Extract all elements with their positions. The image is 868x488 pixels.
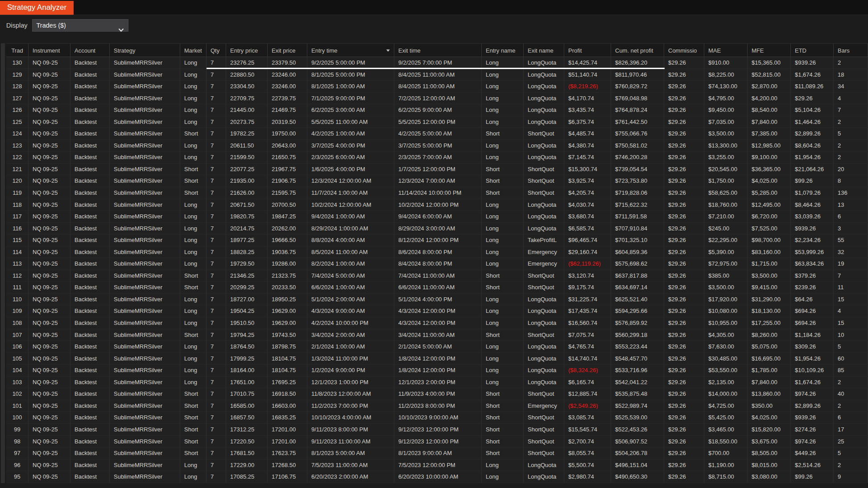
table-cell[interactable]: $490,650.30 [611, 471, 664, 483]
table-cell[interactable]: 7 [207, 317, 226, 329]
column-header-cum-net-profit[interactable]: Cum. net profit [611, 44, 664, 57]
table-cell[interactable]: Short [482, 436, 524, 447]
table-cell[interactable]: 19729.50 [226, 258, 268, 270]
table-cell[interactable]: $3,120.74 [564, 270, 611, 282]
table-cell[interactable]: 15 [834, 317, 868, 329]
table-cell[interactable]: $939.26 [791, 223, 834, 234]
table-cell[interactable]: LongQuota [524, 305, 564, 317]
table-cell[interactable]: $5,075.00 [748, 341, 791, 353]
table-cell[interactable]: Long [482, 104, 524, 116]
table-cell[interactable]: Backtest [70, 258, 110, 270]
table-cell[interactable]: $13,860.00 [748, 388, 791, 400]
table-cell[interactable]: 1/6/2025 4:00:00 PM [307, 164, 394, 175]
table-cell[interactable]: 16857.50 [226, 412, 268, 423]
table-cell[interactable]: $910.00 [704, 57, 748, 69]
table-row[interactable]: 113NQ 09-25BacktestSublimeMRRSilverLong7… [6, 258, 868, 270]
table-row[interactable]: 121NQ 09-25BacktestSublimeMRRSilverShort… [6, 164, 868, 176]
table-row[interactable]: 101NQ 09-25BacktestSublimeMRRSilverShort… [6, 400, 868, 412]
table-cell[interactable]: $449.26 [791, 447, 834, 459]
table-cell[interactable]: 17312.25 [226, 424, 268, 435]
table-cell[interactable]: $3,255.00 [704, 152, 748, 163]
table-cell[interactable]: 3 [834, 223, 868, 234]
column-header-exit-price[interactable]: Exit price [268, 44, 307, 57]
column-header-strategy[interactable]: Strategy [110, 44, 180, 57]
table-cell[interactable]: Long [180, 341, 207, 353]
table-row[interactable]: 99NQ 09-25BacktestSublimeMRRSilverShort7… [6, 424, 868, 436]
table-cell[interactable]: 7/1/2025 9:00:00 PM [307, 93, 394, 104]
table-cell[interactable]: $29.26 [664, 57, 704, 69]
table-cell[interactable]: $760,829.72 [611, 81, 664, 92]
table-cell[interactable]: 22077.25 [226, 164, 268, 175]
table-cell[interactable]: 98 [6, 436, 29, 447]
table-cell[interactable]: Long [180, 305, 207, 317]
table-cell[interactable]: Backtest [70, 388, 110, 400]
table-cell[interactable]: 7 [207, 57, 226, 69]
table-cell[interactable]: Long [482, 305, 524, 317]
table-cell[interactable]: $8,464.26 [791, 199, 834, 211]
table-cell[interactable]: Backtest [70, 341, 110, 353]
table-cell[interactable]: LongQuota [524, 459, 564, 471]
table-cell[interactable]: 2 [834, 152, 868, 163]
table-cell[interactable]: Backtest [70, 187, 110, 199]
table-cell[interactable]: SublimeMRRSilver [110, 471, 180, 483]
table-cell[interactable]: LongQuota [524, 211, 564, 222]
table-cell[interactable]: 19286.00 [268, 258, 307, 270]
table-cell[interactable]: 2 [834, 57, 868, 69]
table-cell[interactable]: Emergency [524, 258, 564, 270]
table-cell[interactable]: 6/6/2024 11:00:00 AM [394, 282, 482, 293]
table-cell[interactable]: 17106.75 [268, 471, 307, 483]
table-cell[interactable]: 7 [207, 258, 226, 270]
table-cell[interactable]: Long [180, 471, 207, 483]
table-cell[interactable]: $3,465.00 [704, 424, 748, 435]
table-cell[interactable]: $1,750.00 [704, 175, 748, 187]
table-cell[interactable]: 7 [207, 377, 226, 388]
table-cell[interactable]: 10/2/2024 12:00:00 AM [307, 199, 394, 211]
table-cell[interactable]: NQ 09-25 [29, 305, 70, 317]
table-cell[interactable]: 17220.50 [226, 436, 268, 447]
table-cell[interactable]: Backtest [70, 424, 110, 435]
table-cell[interactable]: $31,225.74 [564, 294, 611, 305]
table-cell[interactable]: $29.26 [664, 187, 704, 199]
column-header-commissio[interactable]: Commissio [664, 44, 704, 57]
table-cell[interactable]: 9/11/2023 8:00:00 PM [307, 424, 394, 435]
table-cell[interactable]: $16,695.00 [748, 353, 791, 365]
table-cell[interactable]: 17201.00 [268, 424, 307, 435]
table-cell[interactable]: 18727.00 [226, 294, 268, 305]
table-cell[interactable]: Long [482, 223, 524, 234]
table-cell[interactable]: Backtest [70, 164, 110, 175]
table-cell[interactable]: SublimeMRRSilver [110, 199, 180, 211]
table-cell[interactable]: Long [482, 57, 524, 69]
table-cell[interactable]: $750,581.02 [611, 140, 664, 152]
table-cell[interactable]: 7 [834, 104, 868, 116]
table-cell[interactable]: $496,151.04 [611, 459, 664, 471]
table-cell[interactable]: ShortQuot [524, 164, 564, 175]
table-cell[interactable]: $245.00 [704, 223, 748, 234]
table-cell[interactable]: $10,109.26 [791, 365, 834, 376]
table-cell[interactable]: 7 [207, 187, 226, 199]
table-cell[interactable]: 3/4/2024 11:00:00 AM [394, 329, 482, 341]
table-cell[interactable]: $29.26 [664, 471, 704, 483]
table-cell[interactable]: Backtest [70, 81, 110, 92]
table-cell[interactable]: Backtest [70, 175, 110, 187]
table-cell[interactable]: $739,054.54 [611, 164, 664, 175]
table-cell[interactable]: $12,495.00 [748, 199, 791, 211]
table-row[interactable]: 125NQ 09-25BacktestSublimeMRRSilverLong7… [6, 116, 868, 128]
table-cell[interactable]: NQ 09-25 [29, 353, 70, 365]
table-cell[interactable]: ShortQuot [524, 388, 564, 400]
table-cell[interactable]: $29.26 [664, 305, 704, 317]
table-cell[interactable]: $13,300.00 [704, 140, 748, 152]
table-cell[interactable]: 3/4/2024 2:00:00 AM [307, 329, 394, 341]
table-cell[interactable]: 21935.00 [226, 175, 268, 187]
table-cell[interactable]: $504,206.78 [611, 447, 664, 459]
table-cell[interactable]: 95 [6, 471, 29, 483]
table-cell[interactable]: SublimeMRRSilver [110, 223, 180, 234]
table-cell[interactable]: LongQuota [524, 104, 564, 116]
table-row[interactable]: 127NQ 09-25BacktestSublimeMRRSilverLong7… [6, 93, 868, 105]
table-cell[interactable]: 1/2/2024 9:00:00 PM [307, 365, 394, 376]
table-cell[interactable]: $11,089.26 [791, 81, 834, 92]
table-cell[interactable]: $4,485.74 [564, 128, 611, 139]
table-cell[interactable]: $96,465.74 [564, 234, 611, 246]
table-cell[interactable]: 19629.00 [268, 305, 307, 317]
table-cell[interactable]: NQ 09-25 [29, 412, 70, 423]
table-cell[interactable]: 111 [6, 282, 29, 293]
